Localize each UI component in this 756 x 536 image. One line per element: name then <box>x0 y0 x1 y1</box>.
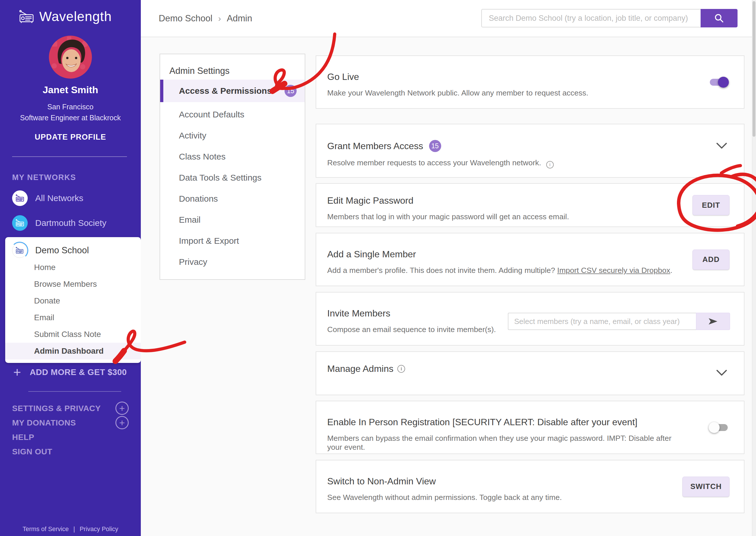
menu-item-donations[interactable]: Donations <box>160 188 305 209</box>
sidebar-item-email[interactable]: Email <box>5 309 141 326</box>
menu-item-label: Access & Permissions <box>179 86 272 96</box>
pending-count-badge: 15 <box>285 85 297 97</box>
sidebar-item-browse-members[interactable]: Browse Members <box>5 276 141 292</box>
expand-settings-icon[interactable]: + <box>116 402 129 415</box>
search-icon <box>714 13 724 23</box>
menu-item-import-export[interactable]: Import & Export <box>160 230 305 251</box>
send-invite-button[interactable] <box>696 313 730 330</box>
menu-item-data-tools[interactable]: Data Tools & Settings <box>160 167 305 188</box>
legal-links: Terms of Service|Privacy Policy <box>0 526 141 533</box>
card-grant-members-access: Grant Members Access 15 Resolve member r… <box>316 124 744 178</box>
info-icon[interactable]: i <box>546 161 554 168</box>
pending-count-badge: 15 <box>429 140 441 152</box>
menu-item-email[interactable]: Email <box>160 209 305 230</box>
menu-item-class-notes[interactable]: Class Notes <box>160 146 305 167</box>
card-subtitle: Make your Wavelength Network public. All… <box>327 88 675 97</box>
active-indicator-bar <box>160 80 163 102</box>
sidebar-divider <box>28 391 121 392</box>
my-networks-label: MY NETWORKS <box>12 173 76 182</box>
sidebar-item-demo-school[interactable]: Demo School <box>11 241 89 260</box>
radio-icon <box>12 190 28 206</box>
send-icon <box>707 317 718 326</box>
radio-icon <box>18 9 35 24</box>
sidebar-item-home[interactable]: Home <box>5 259 141 276</box>
add-more-label: ADD MORE & GET $300 <box>30 368 127 377</box>
demo-school-label: Demo School <box>35 245 89 255</box>
card-switch-non-admin: Switch to Non-Admin View See Wavelength … <box>316 460 744 513</box>
legal-separator: | <box>73 526 75 533</box>
card-title: Edit Magic Password <box>327 195 675 206</box>
sidebar-item-help[interactable]: HELP <box>12 431 34 444</box>
demo-school-menu: Home Browse Members Donate Email Submit … <box>5 259 141 359</box>
sidebar-item-submit-class-note[interactable]: Submit Class Note <box>5 326 141 343</box>
edit-button[interactable]: EDIT <box>693 195 730 215</box>
expand-donations-icon[interactable]: + <box>116 416 129 429</box>
info-icon[interactable]: i <box>397 365 405 373</box>
sidebar-item-donate[interactable]: Donate <box>5 292 141 309</box>
profile-location: San Francisco <box>0 103 141 111</box>
card-title: Grant Members Access 15 <box>327 140 675 152</box>
network-label: All Networks <box>35 193 84 203</box>
card-title-text: Grant Members Access <box>327 141 423 151</box>
card-invite-members: Invite Members Compose an email sequence… <box>316 292 744 346</box>
profile-name: Janet Smith <box>0 84 141 95</box>
admin-dashboard-page: Wavelength Janet Smith <box>0 0 756 536</box>
card-title-text: Manage Admins <box>327 363 393 374</box>
invite-controls <box>508 313 730 330</box>
in-person-registration-toggle[interactable] <box>710 424 728 431</box>
sidebar: Wavelength Janet Smith <box>0 0 141 536</box>
card-go-live: Go Live Make your Wavelength Network pub… <box>316 55 744 109</box>
chevron-down-icon[interactable] <box>716 142 727 150</box>
card-title: Switch to Non-Admin View <box>327 476 675 487</box>
scrollbar-track <box>752 0 756 536</box>
wavelength-logo[interactable]: Wavelength <box>18 9 112 24</box>
add-button[interactable]: ADD <box>693 250 730 270</box>
switch-button[interactable]: SWITCH <box>682 477 730 497</box>
sidebar-item-sign-out[interactable]: SIGN OUT <box>12 446 52 458</box>
admin-settings-items: Account Defaults Activity Class Notes Da… <box>160 104 305 272</box>
card-in-person-registration: Enable In Person Registration [SECURITY … <box>316 401 744 454</box>
sidebar-divider <box>12 156 127 157</box>
terms-link[interactable]: Terms of Service <box>22 526 69 533</box>
breadcrumb-demo-school[interactable]: Demo School <box>159 13 212 24</box>
menu-item-account-defaults[interactable]: Account Defaults <box>160 104 305 125</box>
radio-icon <box>12 243 27 258</box>
select-members-input[interactable] <box>508 313 696 330</box>
card-subtitle: Members can bypass the email confirmatio… <box>327 434 675 452</box>
search-button[interactable] <box>701 9 738 27</box>
admin-settings-menu: Admin Settings Access & Permissions 15 A… <box>159 54 305 280</box>
card-subtitle-text: Add a member's profile. This does not in… <box>327 266 557 275</box>
card-edit-magic-password: Edit Magic Password Members that log in … <box>316 183 744 227</box>
topbar: Demo School › Admin <box>141 0 756 37</box>
radio-icon <box>12 215 28 231</box>
search-bar <box>481 9 738 27</box>
sidebar-item-settings-privacy[interactable]: SETTINGS & PRIVACY <box>12 402 101 415</box>
profile-role: Software Engineer at Blackrock <box>0 114 141 122</box>
add-more-button[interactable]: + ADD MORE & GET $300 <box>13 365 127 380</box>
menu-item-activity[interactable]: Activity <box>160 125 305 146</box>
import-csv-link[interactable]: Import CSV securely via Dropbox <box>557 266 670 275</box>
card-title: Go Live <box>327 72 675 82</box>
update-profile-button[interactable]: UPDATE PROFILE <box>0 133 141 142</box>
search-input[interactable] <box>481 9 701 27</box>
card-subtitle: See Wavelength without admin permissions… <box>327 493 675 502</box>
selected-network-ring <box>11 242 28 259</box>
chevron-right-icon: › <box>218 14 221 23</box>
go-live-toggle[interactable] <box>710 79 728 86</box>
chevron-down-icon[interactable] <box>716 369 727 377</box>
scrollbar-thumb[interactable] <box>753 1 755 137</box>
sidebar-item-dartmouth-society[interactable]: Dartmouth Society <box>12 215 107 231</box>
breadcrumb: Demo School › Admin <box>159 0 252 37</box>
demo-school-panel: Demo School Home Browse Members Donate E… <box>5 237 141 363</box>
breadcrumb-admin[interactable]: Admin <box>227 13 252 24</box>
card-subtitle: Add a member's profile. This does not in… <box>327 266 675 275</box>
avatar[interactable] <box>49 35 92 79</box>
card-manage-admins: Manage Admins i <box>316 352 744 395</box>
menu-item-access-permissions[interactable]: Access & Permissions 15 <box>160 80 305 102</box>
sidebar-item-my-donations[interactable]: MY DONATIONS <box>12 417 76 429</box>
privacy-link[interactable]: Privacy Policy <box>80 526 118 533</box>
main-content: Admin Settings Access & Permissions 15 A… <box>141 38 756 536</box>
sidebar-item-admin-dashboard[interactable]: Admin Dashboard <box>5 343 141 359</box>
menu-item-privacy[interactable]: Privacy <box>160 251 305 272</box>
sidebar-item-all-networks[interactable]: All Networks <box>12 190 84 206</box>
